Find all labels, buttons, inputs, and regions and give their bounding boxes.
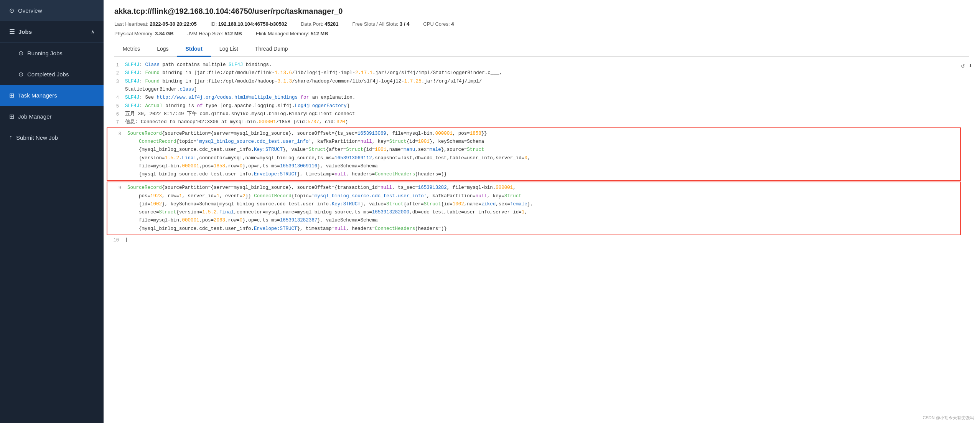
task-managers-icon: ⊞ — [9, 92, 14, 99]
tabs: Metrics Logs Stdout Log List Thread Dump — [114, 42, 969, 57]
code-line-9: 9 SourceRecord{sourcePartition={server=m… — [107, 182, 960, 235]
refresh-icon[interactable]: ↺ — [961, 61, 965, 71]
tab-metrics[interactable]: Metrics — [114, 42, 148, 57]
jobs-icon: ☰ — [9, 28, 15, 35]
sidebar-item-running-jobs[interactable]: ⊙ Running Jobs — [0, 43, 104, 64]
code-line-3: 3 SLF4J: Found binding in [jar:file:/opt… — [104, 78, 980, 94]
sidebar-item-completed-jobs[interactable]: ⊙ Completed Jobs — [0, 64, 104, 85]
highlight-box-8: 8 SourceRecord{sourcePartition={server=m… — [107, 127, 961, 181]
tab-thread-dump[interactable]: Thread Dump — [247, 42, 296, 57]
running-jobs-icon: ⊙ — [18, 50, 23, 57]
submit-new-job-icon: ↑ — [9, 134, 12, 141]
code-line-7: 7 信息: Connected to hadoop102:3306 at mys… — [104, 118, 980, 126]
download-icon[interactable]: ⬇ — [968, 61, 972, 71]
sidebar-running-jobs-label: Running Jobs — [27, 50, 63, 56]
sidebar-jobs-label: Jobs — [18, 28, 32, 35]
code-line-10: 10 | — [104, 236, 980, 244]
sidebar-item-jobs[interactable]: ☰ Jobs ∧ — [0, 21, 104, 43]
page-title: akka.tcp://flink@192.168.10.104:46750/us… — [114, 7, 969, 16]
cpu-cores-label: CPU Cores: 4 — [423, 21, 454, 27]
physical-memory: Physical Memory: 3.84 GB — [114, 31, 174, 36]
sidebar-submit-new-job-label: Submit New Job — [16, 134, 58, 141]
main-content: akka.tcp://flink@192.168.10.104:46750/us… — [104, 0, 980, 423]
job-manager-icon: ⊞ — [9, 113, 14, 120]
csdn-footer: CSDN @小胡今天有变强吗 — [923, 415, 974, 421]
tab-logs[interactable]: Logs — [148, 42, 177, 57]
completed-jobs-icon: ⊙ — [18, 71, 23, 78]
code-line-8: 8 SourceRecord{sourcePartition={server=m… — [107, 128, 960, 180]
sidebar-job-manager-label: Job Manager — [18, 113, 52, 120]
code-line-4: 4 SLF4J: See http://www.slf4j.org/codes.… — [104, 94, 980, 102]
meta-row-2: Physical Memory: 3.84 GB JVM Heap Size: … — [114, 31, 969, 36]
toolbar-icons: ↺ ⬇ — [961, 61, 972, 71]
meta-row-1: Last Heartbeat: 2022-05-30 20:22:05 ID: … — [114, 21, 969, 27]
flink-managed-memory: Flink Managed Memory: 512 MB — [256, 31, 328, 36]
code-line-6: 6 五月 30, 2022 8:17:49 下午 com.github.shyi… — [104, 110, 980, 118]
main-header: akka.tcp://flink@192.168.10.104:46750/us… — [104, 0, 980, 57]
data-port-label: Data Port: 45281 — [301, 21, 338, 27]
highlight-box-9: 9 SourceRecord{sourcePartition={server=m… — [107, 182, 961, 235]
last-heartbeat-label: Last Heartbeat: 2022-05-30 20:22:05 — [114, 21, 197, 27]
content-area: ↺ ⬇ 1 SLF4J: Class path contains multipl… — [104, 57, 980, 423]
code-line-5: 5 SLF4J: Actual binding is of type [org.… — [104, 102, 980, 110]
id-label: ID: 192.168.10.104:46750-b30502 — [211, 21, 287, 27]
tab-log-list[interactable]: Log List — [211, 42, 247, 57]
sidebar: ⊙ Overview ☰ Jobs ∧ ⊙ Running Jobs ⊙ Com… — [0, 0, 104, 423]
stdout-code-block: ↺ ⬇ 1 SLF4J: Class path contains multipl… — [104, 57, 980, 248]
code-line-2: 2 SLF4J: Found binding in [jar:file:/opt… — [104, 69, 980, 77]
code-line-1: 1 SLF4J: Class path contains multiple SL… — [104, 61, 980, 69]
jobs-chevron-icon: ∧ — [91, 29, 94, 35]
tab-stdout[interactable]: Stdout — [177, 42, 211, 57]
sidebar-overview-label: Overview — [18, 7, 42, 14]
free-slots-label: Free Slots / All Slots: 3 / 4 — [352, 21, 410, 27]
jvm-heap: JVM Heap Size: 512 MB — [188, 31, 242, 36]
sidebar-item-submit-new-job[interactable]: ↑ Submit New Job — [0, 127, 104, 148]
sidebar-task-managers-label: Task Managers — [18, 92, 57, 99]
sidebar-item-overview[interactable]: ⊙ Overview — [0, 0, 104, 21]
sidebar-item-task-managers[interactable]: ⊞ Task Managers — [0, 85, 104, 106]
sidebar-completed-jobs-label: Completed Jobs — [27, 71, 69, 78]
overview-icon: ⊙ — [9, 7, 14, 14]
sidebar-item-job-manager[interactable]: ⊞ Job Manager — [0, 106, 104, 127]
